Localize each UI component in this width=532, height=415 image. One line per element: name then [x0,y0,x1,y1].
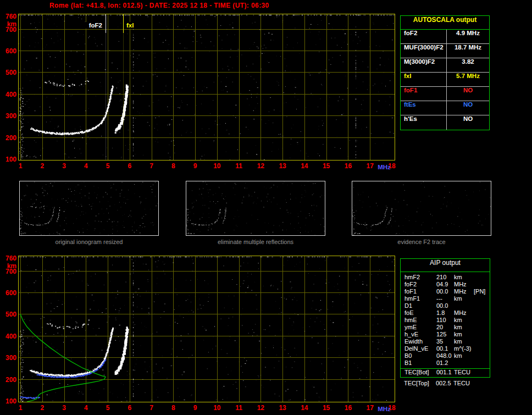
aip-table-title: AIP output [401,259,490,272]
aip-param-value: 01.2 [436,359,454,367]
aip-param-label: foF1 [401,288,436,295]
autoscala-param-value: 4.9 MHz [447,30,489,43]
autoscala-param-label: foF2 [401,30,447,43]
aip-param-value: 048.0 [436,352,454,359]
autoscala-param-value: 3.82 [447,58,489,72]
aip-param-value: --- [436,295,454,302]
ionogram-plot-top [18,14,395,161]
autoscala-param-label: MUF(3000)F2 [401,44,447,58]
ionogram-canvas-bottom [19,256,395,402]
thumbnail-3 [352,181,491,236]
y-axis-tick-top: 760 [0,13,16,20]
x-axis-tick-bottom: 7 [149,404,153,412]
aip-output-table: AIP output hmF2210kmfoF204.9MHzfoF100.0M… [400,258,490,378]
x-axis-tick-top: 17 [366,162,373,170]
tec-label: TEC[Top] [400,380,436,389]
aip-table-rows: hmF2210kmfoF204.9MHzfoF100.0MHz[PN]hmF1-… [401,272,490,368]
aip-row-b0: B0048.0km [401,352,490,359]
aip-param-unit [454,359,474,367]
autoscala-row-ftes: ftEsNO [401,101,489,115]
thumbnail-caption-3: evidence F2 trace [352,239,491,245]
autoscala-row-fof2: foF24.9 MHz [401,30,489,44]
x-axis-tick-bottom: 5 [106,404,110,412]
ionogram-plot-bottom [18,256,395,402]
x-axis-tick-bottom: 13 [279,404,286,412]
aip-param-unit: km [454,324,474,331]
aip-param-value: 00.0 [436,288,454,295]
aip-row-hmf2: hmF2210km [401,274,490,281]
aip-param-unit: km [454,274,474,281]
aip-param-unit: m^(-3) [454,345,474,352]
x-axis-tick-bottom: 16 [345,404,352,412]
aip-param-label: hmF2 [401,274,436,281]
aip-row-foe: foE1.8MHz [401,309,490,317]
autoscala-row-h-es: h'EsNO [401,115,489,130]
aip-param-value: 210 [436,274,454,281]
aip-param-value: 110 [436,317,454,324]
aip-param-value: 1.8 [436,309,454,317]
ionogram-canvas-top [19,14,395,160]
x-axis-tick-top: 11 [235,162,242,170]
aip-param-value: 00.0 [436,302,454,309]
x-axis-tick-bottom: 6 [128,404,131,412]
autoscala-param-value: 18.7 MHz [447,44,489,58]
autoscala-param-label: ftEs [401,101,447,115]
thumbnail-canvas-2 [186,181,325,235]
x-axis-tick-top: 14 [301,162,308,170]
autoscala-param-label: fxI [401,73,447,86]
y-axis-unit-top: km [0,20,16,28]
autoscala-screen: Rome (lat: +41.8, lon: 012.5) - DATE: 20… [0,0,532,415]
x-axis-unit-top: MHz [378,164,391,170]
x-axis-tick-bottom: 14 [301,404,308,412]
x-axis-tick-top: 15 [323,162,330,170]
x-axis-tick-top: 7 [149,162,153,170]
autoscala-param-label: M(3000)F2 [401,58,447,72]
autoscala-output-table: AUTOSCALA output foF24.9 MHzMUF(3000)F21… [400,15,490,130]
x-axis-tick-top: 10 [213,162,220,170]
fof2-marker-label: foF2 [86,22,103,29]
aip-param-unit: km [454,331,474,338]
aip-param-label: B0 [401,352,436,359]
aip-row-b1: B101.2 [401,359,490,367]
aip-param-value: 35 [436,338,454,345]
aip-row-deln-ve: DelN_vE00.1m^(-3) [401,345,490,352]
y-axis-tick-bottom: 100 [0,397,16,405]
tec-top-row: TEC[Top]002.5TECU [400,380,490,389]
aip-param-label: B1 [401,359,436,367]
x-axis-tick-bottom: 15 [323,404,330,412]
x-axis-tick-bottom: 1 [19,404,23,412]
aip-param-label: hmF1 [401,295,436,302]
aip-row-d1: D100.0 [401,302,490,309]
autoscala-row-m-3000-f2: M(3000)F23.82 [401,58,489,73]
x-axis-tick-top: 9 [193,162,197,170]
x-axis-tick-top: 4 [84,162,88,170]
tec-label: TEC[Bot] [401,369,436,377]
x-axis-tick-bottom: 9 [193,404,197,412]
aip-row-hmf1: hmF1---km [401,295,490,302]
autoscala-param-label: h'Es [401,115,447,130]
autoscala-row-fof1: foF1NO [401,87,489,101]
y-axis-tick-bottom: 400 [0,333,16,340]
x-axis-tick-bottom: 2 [40,404,44,412]
autoscala-param-value: NO [447,101,489,115]
y-axis-tick-top: 200 [0,134,16,142]
aip-param-unit: km [454,317,474,324]
aip-param-value: 04.9 [436,281,454,288]
thumbnail-1 [19,181,159,236]
autoscala-row-muf-3000-f2: MUF(3000)F218.7 MHz [401,44,489,58]
y-axis-tick-bottom: 760 [0,254,16,262]
aip-row-fof2: foF204.9MHz [401,281,490,288]
aip-param-unit: MHz [454,288,474,295]
y-axis-tick-bottom: 200 [0,376,16,384]
y-axis-tick-top: 400 [0,91,16,98]
x-axis-tick-top: 12 [257,162,264,170]
x-axis-tick-bottom: 11 [235,404,242,412]
aip-param-flag: [PN] [474,288,490,295]
aip-param-value: 00.1 [436,345,454,352]
x-axis-tick-bottom: 4 [84,404,88,412]
aip-row-fof1: foF100.0MHz[PN] [401,288,490,295]
x-axis-tick-top: 5 [106,162,110,170]
aip-param-unit: km [454,338,474,345]
aip-param-value: 20 [436,324,454,331]
autoscala-row-fxi: fxI5.7 MHz [401,73,489,87]
